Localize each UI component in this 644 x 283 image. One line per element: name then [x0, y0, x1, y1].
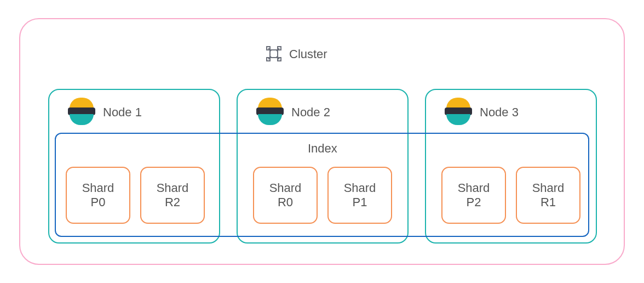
cluster-label: Cluster — [289, 47, 327, 61]
shard-box: Shard R1 — [516, 167, 580, 224]
shard-title: Shard — [517, 181, 579, 195]
shard-id: R1 — [517, 195, 579, 210]
shard-title: Shard — [442, 181, 505, 195]
shard-title: Shard — [329, 181, 391, 195]
shard-title: Shard — [67, 181, 129, 195]
cluster-icon — [265, 45, 283, 63]
svg-rect-4 — [270, 50, 278, 58]
shard-id: R2 — [141, 195, 204, 210]
shard-title: Shard — [254, 181, 317, 195]
diagram-canvas: Cluster Node 1 Node 2 Node 3 Index Shard… — [0, 0, 644, 283]
index-label: Index — [308, 142, 337, 156]
shard-box: Shard P2 — [441, 167, 506, 224]
shard-box: Shard P0 — [66, 167, 130, 224]
shard-box: Shard R0 — [253, 167, 318, 224]
elastic-icon — [445, 98, 472, 125]
node-label-1: Node 1 — [103, 105, 142, 120]
shard-box: Shard R2 — [140, 167, 205, 224]
shard-id: P0 — [67, 195, 129, 210]
shard-box: Shard P1 — [327, 167, 392, 224]
shard-id: P1 — [329, 195, 391, 210]
shard-title: Shard — [141, 181, 204, 195]
node-label-2: Node 2 — [291, 105, 330, 120]
node-label-3: Node 3 — [480, 105, 519, 120]
elastic-icon — [256, 98, 284, 125]
shard-id: P2 — [442, 195, 505, 210]
elastic-icon — [68, 98, 95, 125]
shard-id: R0 — [254, 195, 317, 210]
